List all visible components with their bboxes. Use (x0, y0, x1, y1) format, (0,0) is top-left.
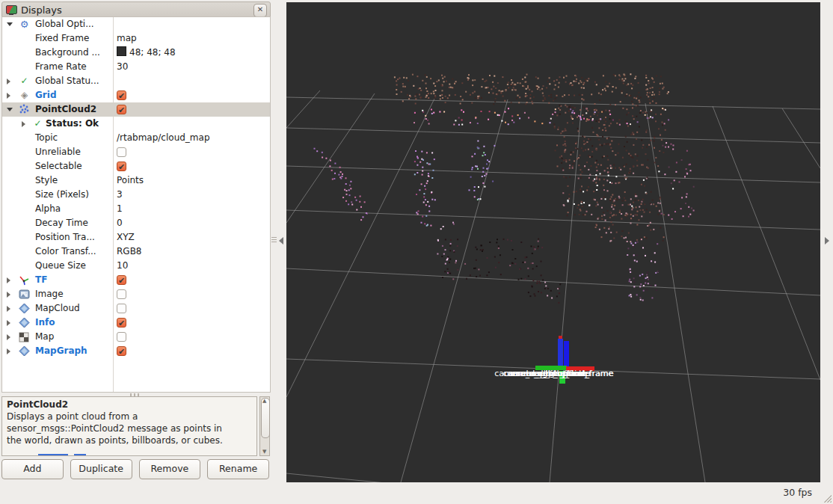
displays-panel-titlebar[interactable]: Displays ✕ (1, 1, 271, 18)
tree-row-label: Size (Pixels) (35, 188, 89, 202)
tree-row-pointcloud2[interactable]: PointCloud2 (2, 102, 270, 117)
diamond-icon (19, 345, 30, 357)
description-line: Displays a point cloud from a (7, 411, 252, 422)
remove-button[interactable]: Remove (139, 459, 201, 479)
tree-row-label: Position Tra... (35, 230, 95, 245)
tree-row-value[interactable]: 3 (117, 188, 123, 202)
checkbox-checked[interactable] (117, 90, 126, 100)
tree-row-label: TF (35, 273, 47, 287)
tree-row-size-pixels[interactable]: Size (Pixels)3 (2, 188, 270, 202)
scrollbar-thumb[interactable] (261, 398, 270, 438)
tree-row-map[interactable]: Map (2, 330, 270, 344)
status-bar: 30 fps (0, 482, 833, 504)
tree-row-value[interactable]: 30 (117, 60, 128, 74)
tree-row-queue-size[interactable]: Queue Size10 (2, 259, 270, 273)
checkbox-checked[interactable] (117, 318, 126, 328)
tree-row-background[interactable]: Background ...48; 48; 48 (2, 46, 270, 60)
close-icon[interactable]: ✕ (253, 4, 267, 17)
checkbox-checked[interactable] (117, 105, 126, 114)
tree-row-selectable[interactable]: Selectable (2, 159, 270, 173)
tree-row-color-transf[interactable]: Color Transf...RGB8 (2, 245, 270, 259)
tree-row-tf[interactable]: TF (2, 273, 270, 287)
tree-row-label: Unreliable (35, 145, 81, 159)
chevron-right-icon[interactable] (22, 121, 25, 127)
tree-row-status-ok[interactable]: ✓Status: Ok (2, 117, 270, 131)
description-scrollbar[interactable]: ▲ ▼ (259, 396, 270, 456)
checkbox-unchecked[interactable] (117, 147, 126, 157)
color-swatch (117, 46, 126, 56)
tree-row-image[interactable]: Image (2, 287, 270, 301)
tree-row-style[interactable]: StylePoints (2, 173, 270, 188)
chevron-down-icon[interactable] (7, 22, 13, 26)
tree-row-value[interactable]: map (117, 31, 137, 46)
tree-row-label: Grid (35, 88, 56, 102)
collapse-left-icon[interactable] (279, 237, 283, 245)
tree-row-label: Image (35, 287, 64, 301)
tree-row-frame-rate[interactable]: Frame Rate30 (2, 60, 270, 74)
tree-row-fixed-frame[interactable]: Fixed Framemap (2, 31, 270, 46)
tree-row-label: Selectable (35, 159, 82, 173)
tree-row-value[interactable]: 0 (117, 216, 123, 230)
pointcloud-cluster-left-trail (314, 148, 368, 221)
pointcloud-icon (19, 104, 30, 115)
tree-row-global-statu[interactable]: ✓Global Statu... (2, 74, 270, 88)
tree-row-label: Fixed Frame (35, 31, 89, 46)
chevron-right-icon[interactable] (7, 93, 10, 99)
chevron-right-icon[interactable] (7, 320, 10, 326)
gear-icon: ⚙ (19, 19, 30, 30)
chevron-right-icon[interactable] (7, 334, 10, 340)
add-button[interactable]: Add (1, 459, 64, 479)
tree-row-position-tra[interactable]: Position Tra...XYZ (2, 230, 270, 245)
tree-row-value[interactable]: Points (117, 173, 144, 188)
check-icon: ✓ (32, 118, 43, 129)
tree-row-unreliable[interactable]: Unreliable (2, 145, 270, 159)
tf-icon (19, 274, 30, 286)
chevron-down-icon[interactable] (7, 108, 13, 111)
tree-row-label: MapCloud (35, 301, 80, 316)
window-resize-grip[interactable] (822, 493, 832, 503)
tree-row-mapgraph[interactable]: MapGraph (2, 344, 270, 358)
tree-row-info[interactable]: Info (2, 316, 270, 330)
checkbox-checked[interactable] (117, 275, 126, 285)
fps-counter: 30 fps (783, 487, 812, 498)
tree-row-decay-time[interactable]: Decay Time0 (2, 216, 270, 230)
duplicate-button[interactable]: Duplicate (70, 459, 132, 479)
collapse-right-icon[interactable] (825, 237, 829, 245)
tree-row-alpha[interactable]: Alpha1 (2, 202, 270, 216)
tf-frame-label: map (572, 369, 590, 378)
description-line: sensor_msgs::PointCloud2 message as poin… (7, 422, 252, 434)
chevron-right-icon[interactable] (7, 277, 10, 283)
tree-row-topic[interactable]: Topic/rtabmap/cloud_map (2, 131, 270, 145)
checkbox-checked[interactable] (117, 346, 126, 356)
tree-row-value[interactable]: RGB8 (117, 245, 142, 259)
chevron-right-icon[interactable] (7, 306, 10, 312)
tree-row-value[interactable]: 10 (117, 259, 128, 273)
tree-row-label: PointCloud2 (35, 102, 96, 117)
tree-row-label: Global Opti... (35, 17, 94, 31)
checkbox-unchecked[interactable] (117, 332, 126, 342)
tree-row-value[interactable]: 48; 48; 48 (117, 46, 176, 60)
tree-row-value[interactable]: 1 (117, 202, 123, 216)
checkbox-unchecked[interactable] (117, 289, 126, 299)
scroll-down-icon[interactable]: ▼ (262, 449, 266, 455)
panel-resize-grip[interactable] (271, 237, 277, 245)
chevron-right-icon[interactable] (7, 348, 10, 354)
checkbox-checked[interactable] (117, 162, 126, 171)
checkbox-unchecked[interactable] (117, 304, 126, 313)
tree-row-global-opti[interactable]: ⚙Global Opti... (2, 17, 270, 31)
ground-grid (286, 90, 820, 482)
tree-row-value[interactable]: XYZ (117, 230, 135, 245)
tree-row-value[interactable]: /rtabmap/cloud_map (117, 131, 210, 145)
displays-tree[interactable]: ⚙Global Opti...Fixed FramemapBackground … (1, 16, 271, 393)
chevron-right-icon[interactable] (7, 292, 10, 298)
description-title: PointCloud2 (7, 399, 252, 411)
render-viewport[interactable]: camera_linkcamera_depth_framecamera_dept… (286, 2, 820, 482)
description-box: PointCloud2 Displays a point cloud from … (1, 396, 257, 456)
tree-row-label: Map (35, 330, 54, 344)
tree-row-mapcloud[interactable]: MapCloud (2, 301, 270, 316)
rename-button[interactable]: Rename (207, 459, 269, 479)
tree-row-label: Frame Rate (35, 60, 87, 74)
scroll-up-icon[interactable]: ▲ (262, 398, 266, 404)
chevron-right-icon[interactable] (7, 79, 10, 84)
tree-row-grid[interactable]: ◈Grid (2, 88, 270, 102)
